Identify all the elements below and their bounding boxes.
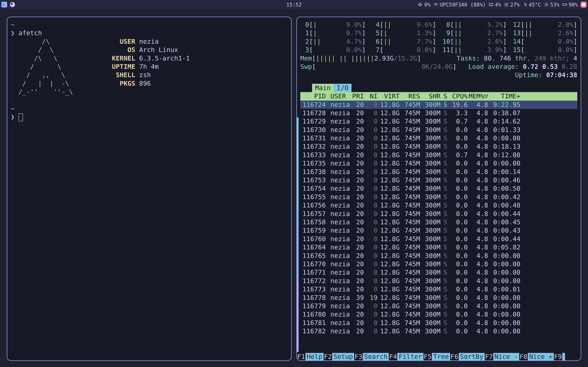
- process-row[interactable]: 116729 nezia20012.8G745M300MS0.74.80:14.…: [300, 117, 577, 125]
- process-row[interactable]: 116732 nezia20012.8G745M300MS0.04.80:18.…: [300, 142, 577, 151]
- prompt-symbol[interactable]: ❯: [11, 113, 15, 121]
- process-row[interactable]: 116724 nezia20012.8G745M300MS19.64.89:22…: [300, 100, 577, 109]
- mem-row: Mem[||||| || ||||||2.93G/15.2G]Tasks: 80…: [300, 54, 577, 63]
- fkey-F3[interactable]: F3Search: [354, 353, 389, 360]
- cpu-core-13: 13[||2.6%]: [512, 29, 578, 37]
- ascii-art-line: /\: [11, 38, 96, 45]
- afetch-value: 896: [139, 80, 151, 87]
- wifi-tray[interactable]: UPC59F3A0 (88%): [433, 2, 486, 8]
- process-row[interactable]: 116773 nezia20012.8G745M300MS0.04.80:00.…: [300, 285, 577, 293]
- process-row[interactable]: 116758 nezia20012.8G745M300MS0.04.80:00.…: [300, 218, 577, 226]
- afetch-label: OS: [96, 46, 135, 53]
- temp-value: 45°C: [529, 2, 541, 8]
- fkey-F5[interactable]: F5Tree: [424, 353, 450, 360]
- home-tilde: ~: [11, 105, 15, 112]
- process-row[interactable]: 116738 nezia20012.8G745M300MS0.04.80:00.…: [300, 168, 577, 176]
- obs-app-icon[interactable]: [10, 2, 15, 7]
- process-row[interactable]: 116780 nezia20012.8G745M300MS0.04.80:00.…: [300, 310, 577, 318]
- cpu-core-9: 9[||2.7%]: [441, 29, 507, 37]
- discord-tray-icon[interactable]: [580, 1, 587, 8]
- svg-rect-3: [567, 4, 567, 5]
- volume-tray[interactable]: 0%: [418, 2, 431, 8]
- process-row[interactable]: 116770 nezia20012.8G745M300MS0.04.80:00.…: [300, 260, 577, 268]
- terminal-left-pane[interactable]: ~ ❯ afetch /\ USER nezia / \ OS Arch Lin…: [7, 17, 292, 361]
- cpu-core-11: 11[||3.9%]: [441, 46, 507, 54]
- process-row[interactable]: 116730 nezia20012.8G745M300MS0.04.80:01.…: [300, 126, 577, 134]
- battery-icon: [562, 2, 567, 7]
- ascii-art-line: /\ \: [11, 55, 96, 62]
- scroll-indicator: [297, 117, 299, 352]
- fkey-F7[interactable]: F7Nice -: [485, 353, 519, 360]
- fkey-F9[interactable]: F9: [554, 353, 565, 360]
- process-row[interactable]: 116754 nezia20012.8G745M300MS0.04.80:00.…: [300, 184, 577, 193]
- thermometer-icon: [522, 2, 527, 7]
- disk-tray[interactable]: 27%: [504, 2, 519, 8]
- process-row[interactable]: 116728 nezia20012.8G745M300MS3.34.80:38.…: [300, 109, 577, 117]
- cpu-tray[interactable]: 53%: [544, 2, 559, 8]
- fkey-F2[interactable]: F2Setup: [324, 353, 354, 360]
- tab-main[interactable]: Main: [312, 84, 334, 92]
- cpu-core-12: 12[||2.0%]: [512, 21, 578, 29]
- command-text: afetch: [18, 29, 42, 37]
- process-row[interactable]: 116772 nezia20012.8G745M300MS0.04.80:00.…: [300, 277, 577, 285]
- gear-icon: [544, 2, 549, 7]
- ascii-art-line: / \: [11, 63, 96, 70]
- process-row[interactable]: 116771 nezia20012.8G745M300MS0.04.80:00.…: [300, 268, 577, 277]
- process-row[interactable]: 116765 nezia20012.8G745M300MS0.04.80:00.…: [300, 252, 577, 260]
- wifi-icon: [433, 2, 438, 7]
- cpu-core-0: 0[|9.0%]: [300, 21, 366, 29]
- process-row[interactable]: 116735 nezia20012.8G745M300MS0.04.80:00.…: [300, 159, 577, 167]
- fkey-F6[interactable]: F6SortBy: [450, 353, 485, 360]
- volume-mute-icon: [418, 2, 423, 7]
- process-row[interactable]: 116781 nezia20012.8G745M300MS0.04.80:00.…: [300, 319, 577, 327]
- ram-tray[interactable]: 4%: [488, 2, 501, 8]
- htop-right-pane[interactable]: 0[|9.0%]4[||9.6%]8[||5.2%]12[||2.0%]1[|0…: [296, 17, 581, 361]
- afetch-label: UPTIME: [96, 63, 135, 70]
- process-row[interactable]: 116764 nezia20012.8G745M300MS0.04.80:05.…: [300, 243, 577, 251]
- wifi-label: UPC59F3A0 (88%): [440, 2, 486, 8]
- fkey-bar: F1Help F2Setup F3SearchF4FilterF5Tree F6…: [297, 353, 581, 360]
- tasks-label: Tasks:: [457, 55, 484, 62]
- terminal-app-icon[interactable]: [1, 2, 7, 8]
- cpu-core-14: 14[0.0%]: [512, 37, 578, 46]
- afetch-value: 6.3.5-arch1-1: [139, 55, 190, 62]
- afetch-value: nezia: [139, 38, 159, 45]
- svg-rect-0: [489, 3, 493, 6]
- afetch-value: 7h 4m: [139, 63, 159, 70]
- process-row[interactable]: 116731 nezia20012.8G745M300MS0.04.80:00.…: [300, 134, 577, 142]
- clock: 15:52: [286, 2, 302, 8]
- process-header[interactable]: PID USERPRINIVIRTRESSHRSCPU%MEM%▽TIME+: [300, 92, 577, 100]
- process-row[interactable]: 116733 nezia20012.8G745M300MS0.74.80:12.…: [300, 151, 577, 159]
- ram-icon: [488, 2, 493, 7]
- afetch-label: PKGS: [96, 80, 135, 87]
- process-row[interactable]: 116778 nezia391912.8G745M300MS0.04.80:00…: [300, 294, 577, 302]
- cpu-core-5: 5[|1.3%]: [371, 29, 436, 37]
- process-row[interactable]: 116755 nezia20012.8G745M300MS0.04.80:00.…: [300, 193, 577, 201]
- process-row[interactable]: 116782 nezia20012.8G745M300MS0.04.80:00.…: [300, 327, 577, 335]
- process-row[interactable]: 116759 nezia20012.8G745M300MS0.04.80:00.…: [300, 226, 577, 235]
- fkey-F1[interactable]: F1Help: [297, 353, 324, 360]
- battery-pct: 98%: [569, 2, 578, 8]
- cursor[interactable]: [18, 114, 23, 121]
- process-row[interactable]: 116779 nezia20012.8G745M300MS0.04.80:00.…: [300, 302, 577, 310]
- process-row[interactable]: 116757 nezia20012.8G745M300MS0.04.80:00.…: [300, 210, 577, 218]
- ascii-art-line: / \: [11, 46, 96, 53]
- ascii-art-line: /_-'' ''-_\: [11, 88, 96, 95]
- cpu-core-8: 8[||5.2%]: [441, 21, 507, 29]
- process-row[interactable]: 116756 nezia20012.8G745M300MS0.04.80:00.…: [300, 201, 577, 209]
- process-row[interactable]: 116760 nezia20012.8G745M300MS0.04.80:00.…: [300, 235, 577, 243]
- afetch-label: KERNEL: [96, 55, 135, 62]
- cpu-core-15: 15[0.0%]: [512, 46, 578, 54]
- fkey-F4[interactable]: F4Filter: [389, 353, 423, 360]
- home-tilde: ~: [11, 21, 15, 28]
- process-row[interactable]: 116753 nezia20012.8G745M300MS0.04.80:00.…: [300, 176, 577, 184]
- tab-io[interactable]: I/O: [334, 84, 352, 92]
- temp-tray[interactable]: 45°C: [522, 2, 541, 8]
- battery-tray[interactable]: 98%: [562, 2, 578, 8]
- fkey-F8[interactable]: F8Nice +: [519, 353, 554, 360]
- cpu-core-2: 2[||4.7%]: [300, 37, 366, 46]
- cpu-core-1: 1[|0.7%]: [300, 29, 366, 37]
- afetch-value: zsh: [139, 71, 151, 79]
- menu-icon: [504, 2, 509, 7]
- volume-pct: 0%: [424, 2, 431, 8]
